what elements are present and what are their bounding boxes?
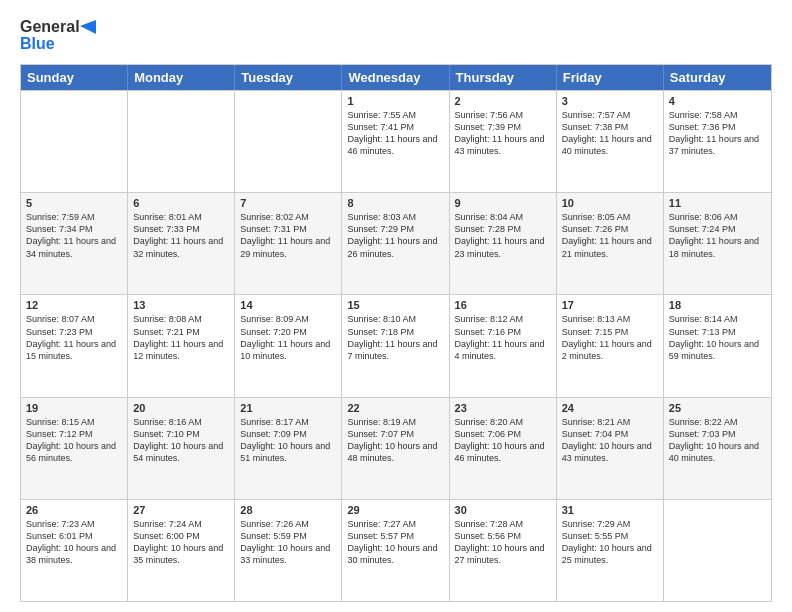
day-cell-19: 19Sunrise: 8:15 AMSunset: 7:12 PMDayligh… (21, 398, 128, 499)
day-cell-25: 25Sunrise: 8:22 AMSunset: 7:03 PMDayligh… (664, 398, 771, 499)
daylight-text: Daylight: 11 hours and 37 minutes. (669, 134, 759, 156)
day-info: Sunrise: 8:15 AMSunset: 7:12 PMDaylight:… (26, 416, 122, 465)
sunset-text: Sunset: 7:31 PM (240, 224, 307, 234)
day-number: 7 (240, 197, 336, 209)
day-number: 16 (455, 299, 551, 311)
day-number: 22 (347, 402, 443, 414)
daylight-text: Daylight: 11 hours and 26 minutes. (347, 236, 437, 258)
day-number: 4 (669, 95, 766, 107)
sunrise-text: Sunrise: 8:03 AM (347, 212, 416, 222)
day-number: 2 (455, 95, 551, 107)
day-cell-10: 10Sunrise: 8:05 AMSunset: 7:26 PMDayligh… (557, 193, 664, 294)
sunset-text: Sunset: 6:00 PM (133, 531, 200, 541)
sunset-text: Sunset: 7:15 PM (562, 327, 629, 337)
sunrise-text: Sunrise: 8:16 AM (133, 417, 202, 427)
day-info: Sunrise: 8:05 AMSunset: 7:26 PMDaylight:… (562, 211, 658, 260)
day-info: Sunrise: 7:23 AMSunset: 6:01 PMDaylight:… (26, 518, 122, 567)
sunset-text: Sunset: 5:56 PM (455, 531, 522, 541)
sunrise-text: Sunrise: 7:58 AM (669, 110, 738, 120)
sunset-text: Sunset: 5:55 PM (562, 531, 629, 541)
sunset-text: Sunset: 6:01 PM (26, 531, 93, 541)
day-info: Sunrise: 8:04 AMSunset: 7:28 PMDaylight:… (455, 211, 551, 260)
day-number: 6 (133, 197, 229, 209)
day-number: 24 (562, 402, 658, 414)
day-number: 28 (240, 504, 336, 516)
sunrise-text: Sunrise: 8:17 AM (240, 417, 309, 427)
sunrise-text: Sunrise: 8:02 AM (240, 212, 309, 222)
empty-cell (664, 500, 771, 601)
day-cell-13: 13Sunrise: 8:08 AMSunset: 7:21 PMDayligh… (128, 295, 235, 396)
sunset-text: Sunset: 7:29 PM (347, 224, 414, 234)
day-info: Sunrise: 8:13 AMSunset: 7:15 PMDaylight:… (562, 313, 658, 362)
sunrise-text: Sunrise: 8:09 AM (240, 314, 309, 324)
day-cell-30: 30Sunrise: 7:28 AMSunset: 5:56 PMDayligh… (450, 500, 557, 601)
week-row-5: 26Sunrise: 7:23 AMSunset: 6:01 PMDayligh… (21, 499, 771, 601)
day-number: 15 (347, 299, 443, 311)
daylight-text: Daylight: 10 hours and 35 minutes. (133, 543, 223, 565)
sunrise-text: Sunrise: 7:28 AM (455, 519, 524, 529)
sunrise-text: Sunrise: 7:56 AM (455, 110, 524, 120)
daylight-text: Daylight: 11 hours and 43 minutes. (455, 134, 545, 156)
daylight-text: Daylight: 10 hours and 59 minutes. (669, 339, 759, 361)
week-row-2: 5Sunrise: 7:59 AMSunset: 7:34 PMDaylight… (21, 192, 771, 294)
sunrise-text: Sunrise: 8:21 AM (562, 417, 631, 427)
daylight-text: Daylight: 10 hours and 30 minutes. (347, 543, 437, 565)
sunset-text: Sunset: 7:12 PM (26, 429, 93, 439)
sunset-text: Sunset: 7:23 PM (26, 327, 93, 337)
sunset-text: Sunset: 7:09 PM (240, 429, 307, 439)
day-number: 12 (26, 299, 122, 311)
daylight-text: Daylight: 11 hours and 46 minutes. (347, 134, 437, 156)
day-cell-14: 14Sunrise: 8:09 AMSunset: 7:20 PMDayligh… (235, 295, 342, 396)
day-info: Sunrise: 8:22 AMSunset: 7:03 PMDaylight:… (669, 416, 766, 465)
day-header-thursday: Thursday (450, 65, 557, 90)
day-number: 14 (240, 299, 336, 311)
day-cell-9: 9Sunrise: 8:04 AMSunset: 7:28 PMDaylight… (450, 193, 557, 294)
daylight-text: Daylight: 10 hours and 51 minutes. (240, 441, 330, 463)
day-cell-8: 8Sunrise: 8:03 AMSunset: 7:29 PMDaylight… (342, 193, 449, 294)
sunrise-text: Sunrise: 8:08 AM (133, 314, 202, 324)
sunset-text: Sunset: 7:20 PM (240, 327, 307, 337)
day-cell-20: 20Sunrise: 8:16 AMSunset: 7:10 PMDayligh… (128, 398, 235, 499)
day-number: 18 (669, 299, 766, 311)
day-cell-17: 17Sunrise: 8:13 AMSunset: 7:15 PMDayligh… (557, 295, 664, 396)
calendar-header: SundayMondayTuesdayWednesdayThursdayFrid… (21, 65, 771, 90)
sunset-text: Sunset: 7:04 PM (562, 429, 629, 439)
day-number: 31 (562, 504, 658, 516)
empty-cell (21, 91, 128, 192)
daylight-text: Daylight: 10 hours and 46 minutes. (455, 441, 545, 463)
day-cell-28: 28Sunrise: 7:26 AMSunset: 5:59 PMDayligh… (235, 500, 342, 601)
week-row-1: 1Sunrise: 7:55 AMSunset: 7:41 PMDaylight… (21, 90, 771, 192)
day-number: 23 (455, 402, 551, 414)
empty-cell (235, 91, 342, 192)
daylight-text: Daylight: 10 hours and 56 minutes. (26, 441, 116, 463)
day-cell-6: 6Sunrise: 8:01 AMSunset: 7:33 PMDaylight… (128, 193, 235, 294)
day-cell-18: 18Sunrise: 8:14 AMSunset: 7:13 PMDayligh… (664, 295, 771, 396)
day-cell-21: 21Sunrise: 8:17 AMSunset: 7:09 PMDayligh… (235, 398, 342, 499)
sunset-text: Sunset: 7:10 PM (133, 429, 200, 439)
day-header-friday: Friday (557, 65, 664, 90)
sunrise-text: Sunrise: 7:24 AM (133, 519, 202, 529)
day-info: Sunrise: 8:16 AMSunset: 7:10 PMDaylight:… (133, 416, 229, 465)
day-cell-15: 15Sunrise: 8:10 AMSunset: 7:18 PMDayligh… (342, 295, 449, 396)
day-cell-26: 26Sunrise: 7:23 AMSunset: 6:01 PMDayligh… (21, 500, 128, 601)
day-cell-31: 31Sunrise: 7:29 AMSunset: 5:55 PMDayligh… (557, 500, 664, 601)
daylight-text: Daylight: 11 hours and 40 minutes. (562, 134, 652, 156)
sunrise-text: Sunrise: 7:55 AM (347, 110, 416, 120)
day-number: 26 (26, 504, 122, 516)
day-info: Sunrise: 8:21 AMSunset: 7:04 PMDaylight:… (562, 416, 658, 465)
day-cell-2: 2Sunrise: 7:56 AMSunset: 7:39 PMDaylight… (450, 91, 557, 192)
sunrise-text: Sunrise: 8:13 AM (562, 314, 631, 324)
day-info: Sunrise: 7:59 AMSunset: 7:34 PMDaylight:… (26, 211, 122, 260)
sunset-text: Sunset: 5:57 PM (347, 531, 414, 541)
day-number: 1 (347, 95, 443, 107)
day-cell-11: 11Sunrise: 8:06 AMSunset: 7:24 PMDayligh… (664, 193, 771, 294)
svg-text:Blue: Blue (20, 35, 55, 52)
day-info: Sunrise: 7:58 AMSunset: 7:36 PMDaylight:… (669, 109, 766, 158)
day-header-tuesday: Tuesday (235, 65, 342, 90)
sunrise-text: Sunrise: 8:20 AM (455, 417, 524, 427)
sunrise-text: Sunrise: 7:29 AM (562, 519, 631, 529)
calendar: SundayMondayTuesdayWednesdayThursdayFrid… (20, 64, 772, 602)
svg-text:General: General (20, 18, 80, 35)
day-info: Sunrise: 7:55 AMSunset: 7:41 PMDaylight:… (347, 109, 443, 158)
sunset-text: Sunset: 7:24 PM (669, 224, 736, 234)
